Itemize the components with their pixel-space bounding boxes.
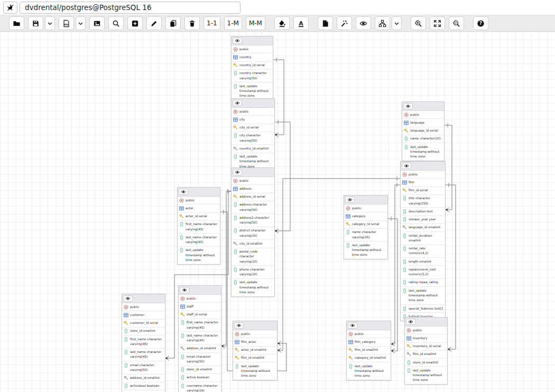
row-text: first_name character varying(45) <box>187 320 219 330</box>
save-options-button[interactable] <box>45 16 55 30</box>
erd-table-header[interactable] <box>232 168 274 177</box>
table-details-eye-icon[interactable] <box>345 197 355 203</box>
erd-table-staff[interactable]: publicstaffstaff_id serialfirst_name cha… <box>178 285 221 392</box>
erd-table-inventory[interactable]: publicinventoryinventory_id serialfilm_i… <box>404 317 448 385</box>
save-project-button[interactable] <box>28 16 43 30</box>
one-to-one-relation-button[interactable]: 1-1 <box>204 16 220 30</box>
column-row: film_id serial <box>401 187 445 195</box>
erd-table-header[interactable] <box>232 36 273 45</box>
table-name-row: category <box>344 212 387 220</box>
add-note-button[interactable] <box>318 16 333 30</box>
connection-status-icon[interactable] <box>3 2 17 14</box>
erd-table-film_category[interactable]: publicfilm_categoryfilm_id smallintcateg… <box>346 321 391 380</box>
column-icon <box>180 354 185 359</box>
table-details-eye-icon[interactable] <box>234 322 244 329</box>
zoom-to-fit-button[interactable] <box>430 16 445 30</box>
download-image-button[interactable] <box>89 16 105 30</box>
open-project-button[interactable] <box>9 16 24 30</box>
row-text: rental_duration smallint <box>409 234 443 244</box>
zoom-in-button[interactable] <box>411 16 426 30</box>
column-row: length smallint <box>401 258 445 266</box>
table-details-eye-icon[interactable] <box>233 100 242 106</box>
erd-table-actor[interactable]: publicactoractor_id serialfirst_name cha… <box>177 187 220 265</box>
erd-table-header[interactable] <box>232 99 274 108</box>
table-details-eye-icon[interactable] <box>402 163 411 169</box>
column-row: description text <box>401 208 445 216</box>
schema-row: public <box>344 204 387 212</box>
clone-table-button[interactable] <box>165 16 181 30</box>
table-details-eye-icon[interactable] <box>179 189 188 195</box>
erd-table-header[interactable] <box>178 188 220 197</box>
sql-options-button[interactable] <box>76 16 86 30</box>
table-details-eye-icon[interactable] <box>180 287 189 293</box>
foreign-key-icon <box>233 241 238 246</box>
erd-table-film[interactable]: publicfilmfilm_id serialtitle character … <box>400 161 446 321</box>
table-name-row: film <box>401 179 445 186</box>
edit-table-button[interactable] <box>146 16 162 30</box>
row-text: category_id smallint <box>355 356 386 360</box>
zoom-out-icon <box>452 20 460 27</box>
erd-table-film_actor[interactable]: publicfilm_actoractor_id smallintfilm_id… <box>233 321 278 380</box>
fill-color-button[interactable] <box>274 16 290 30</box>
add-table-button[interactable] <box>127 16 143 30</box>
row-text: customer <box>130 313 144 318</box>
row-text: country <box>239 55 251 60</box>
table-details-eye-icon[interactable] <box>233 169 242 175</box>
table-details-eye-icon[interactable] <box>123 295 133 302</box>
show-dependencies-button[interactable] <box>375 16 390 30</box>
schema-icon <box>406 328 411 333</box>
generate-sql-button[interactable]: SQL <box>59 16 74 30</box>
erd-table-header[interactable] <box>179 286 221 295</box>
show-details-button[interactable] <box>356 16 371 30</box>
one-to-many-relation-label: 1-M <box>226 20 240 27</box>
schema-icon <box>402 172 407 177</box>
zoom-out-button[interactable] <box>449 16 464 30</box>
row-text: last_name character varying(45) <box>187 333 219 343</box>
table-icon <box>179 206 184 211</box>
search-button[interactable] <box>108 16 124 30</box>
erd-table-header[interactable] <box>122 294 165 303</box>
erd-table-language[interactable]: publiclanguagelanguage_id serialname cha… <box>402 101 445 161</box>
erd-table-category[interactable]: publiccategorycategory_id serialname cha… <box>344 195 388 259</box>
table-details-eye-icon[interactable] <box>348 322 357 329</box>
erd-table-city[interactable]: publiccitycity_id serialcity character v… <box>231 98 275 171</box>
primary-key-icon <box>402 188 407 193</box>
erd-canvas[interactable]: publiccountrycountry_id serialcountry ch… <box>0 32 555 392</box>
erd-table-header[interactable] <box>344 195 387 204</box>
text-color-button[interactable]: A <box>293 16 309 30</box>
row-text: first_name character varying(45) <box>130 337 163 347</box>
diagram-icon <box>378 20 386 27</box>
column-row: last_update timestamp without time zone <box>344 241 387 259</box>
svg-text:?: ? <box>479 21 482 26</box>
column-row: rental_rate numeric(4,2) <box>401 245 445 258</box>
row-text: active boolean <box>187 375 209 380</box>
table-details-eye-icon[interactable] <box>403 103 413 109</box>
erd-table-header[interactable] <box>233 321 277 330</box>
help-button[interactable]: ? <box>473 16 488 30</box>
column-row: release_year year <box>401 216 445 224</box>
erd-table-address[interactable]: publicaddressaddress_id serialaddress ch… <box>231 167 275 297</box>
column-row: last_update timestamp without time zone <box>405 367 447 384</box>
erd-table-header[interactable] <box>405 318 447 326</box>
dependencies-options-button[interactable] <box>392 16 402 30</box>
table-name-row: actor <box>178 204 220 212</box>
drop-table-button[interactable] <box>184 16 200 30</box>
row-text: address character varying(50) <box>239 202 273 212</box>
table-icon <box>124 313 128 318</box>
connection-title[interactable]: dvdrental/postgres@PostgreSQL 16 <box>20 2 240 14</box>
erd-table-country[interactable]: publiccountrycountry_id serialcountry ch… <box>231 36 273 100</box>
schema-row: public <box>347 330 391 338</box>
column-icon <box>402 234 407 238</box>
table-icon <box>233 55 238 60</box>
erd-table-customer[interactable]: publiccustomercustomer_id serialstore_id… <box>122 294 165 392</box>
row-text: rating mpaa_rating <box>409 280 438 285</box>
erd-table-header[interactable] <box>347 321 391 330</box>
table-details-eye-icon[interactable] <box>406 319 415 325</box>
erd-table-header[interactable] <box>402 102 444 111</box>
erd-table-header[interactable] <box>401 162 445 171</box>
one-to-many-relation-button[interactable]: 1-M <box>224 16 242 30</box>
auto-align-button[interactable] <box>337 16 352 30</box>
many-to-many-relation-button[interactable]: M-M <box>246 16 265 30</box>
table-details-eye-icon[interactable] <box>233 38 242 44</box>
row-text: film_category <box>355 340 375 344</box>
